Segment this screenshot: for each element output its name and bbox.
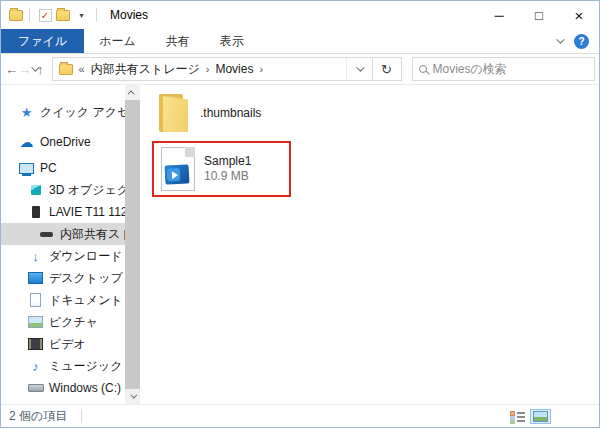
thumbnail-view-icon	[533, 411, 548, 422]
search-input[interactable]	[433, 62, 588, 76]
document-icon	[27, 292, 44, 308]
breadcrumb-separator[interactable]: ›	[259, 63, 263, 75]
sidebar-item-label: Windows (C:)	[49, 381, 121, 395]
hard-drive-icon	[27, 380, 44, 396]
sidebar-item-quick-access[interactable]: クイック アクセス	[1, 101, 125, 123]
sidebar-item-pictures[interactable]: ピクチャ	[1, 311, 125, 333]
breadcrumb-overflow[interactable]: «	[79, 63, 85, 75]
title-bar: ✓ ▾ Movies ─ □ ×	[1, 1, 599, 29]
qat-separator	[29, 8, 30, 22]
scroll-down-icon[interactable]	[125, 389, 140, 404]
qat-customize-button[interactable]: ▾	[72, 5, 90, 25]
sidebar-item-videos[interactable]: ビデオ	[1, 333, 125, 355]
sidebar-item-label: クイック アクセス	[40, 104, 125, 121]
qat-properties-button[interactable]: ✓	[36, 5, 54, 25]
picture-icon	[27, 314, 44, 330]
caret-down-icon: ▾	[79, 11, 83, 20]
folder-icon	[154, 91, 194, 135]
sidebar-item-downloads[interactable]: ダウンロード	[1, 245, 125, 267]
file-tile-sample1[interactable]: Sample1 10.9 MB	[158, 147, 285, 191]
sidebar-item-label: ビデオ	[49, 336, 86, 353]
window-title: Movies	[110, 8, 148, 22]
sidebar-item-lavie-device[interactable]: LAVIE T11 112K1	[1, 201, 125, 223]
storage-drive-icon	[38, 226, 55, 242]
sidebar-item-label: ピクチャ	[49, 314, 98, 331]
ribbon-tab-bar: ファイル ホーム 共有 表示 ?	[1, 29, 599, 54]
scrollbar-thumb[interactable]	[125, 100, 140, 389]
file-tile-thumbnails[interactable]: .thumbnails	[154, 91, 293, 135]
details-view-button[interactable]	[510, 410, 525, 423]
tab-file[interactable]: ファイル	[1, 29, 84, 53]
sidebar-item-label: ミュージック	[49, 358, 122, 375]
sidebar-item-label: デスクトップ	[49, 270, 123, 287]
sidebar-item-internal-storage[interactable]: 内部共有ストレージ	[1, 223, 125, 245]
items-count: 2 個の項目	[9, 408, 67, 425]
help-icon[interactable]: ?	[574, 34, 589, 49]
scroll-up-icon[interactable]	[125, 85, 140, 100]
qat-new-folder-button[interactable]	[54, 5, 72, 25]
maximize-button[interactable]: □	[519, 1, 559, 29]
address-folder-icon	[59, 64, 73, 75]
sidebar-item-onedrive[interactable]: OneDrive	[1, 131, 125, 153]
file-list-area[interactable]: .thumbnails Sample1 10.9 MB	[140, 85, 599, 404]
highlight-annotation-box: Sample1 10.9 MB	[152, 141, 291, 197]
breadcrumb-segment-movies[interactable]: Movies	[215, 62, 253, 76]
desktop-icon	[27, 270, 44, 286]
navigation-bar: ← → ↑ « 内部共有ストレージ › Movies › ↻	[1, 54, 599, 85]
star-icon	[18, 104, 35, 120]
tab-home[interactable]: ホーム	[84, 29, 151, 53]
sidebar-item-label: OneDrive	[40, 135, 91, 149]
checkbox-check-icon: ✓	[39, 9, 52, 22]
chevron-down-icon	[356, 63, 364, 71]
refresh-button[interactable]: ↻	[373, 58, 401, 80]
breadcrumb-segment-storage[interactable]: 内部共有ストレージ	[91, 61, 200, 78]
address-dropdown-button[interactable]	[346, 58, 372, 80]
download-arrow-icon	[27, 248, 44, 264]
play-icon	[167, 168, 181, 182]
file-size: 10.9 MB	[204, 169, 249, 183]
tablet-icon	[27, 204, 44, 220]
sidebar-item-desktop[interactable]: デスクトップ	[1, 267, 125, 289]
video-file-icon	[158, 147, 198, 191]
sidebar-item-documents[interactable]: ドキュメント	[1, 289, 125, 311]
breadcrumb[interactable]: « 内部共有ストレージ › Movies ›	[53, 58, 346, 80]
explorer-window: ✓ ▾ Movies ─ □ × ファイル ホーム 共有 表示 ? ← → ↑ …	[0, 0, 600, 428]
sidebar-item-label: 内部共有ストレージ	[60, 226, 125, 243]
file-name: .thumbnails	[200, 106, 261, 120]
tab-share[interactable]: 共有	[151, 29, 205, 53]
sidebar-item-label: 3D オブジェクト	[49, 182, 125, 199]
app-folder-icon	[9, 10, 23, 21]
music-note-icon	[27, 358, 44, 374]
status-bar: 2 個の項目	[1, 404, 599, 427]
cube-icon	[27, 182, 44, 198]
cloud-icon	[18, 134, 35, 150]
minimize-button[interactable]: ─	[479, 1, 519, 29]
sidebar-item-pc[interactable]: PC	[1, 157, 125, 179]
sidebar-item-windows-c[interactable]: Windows (C:)	[1, 377, 125, 399]
sidebar-item-3d-objects[interactable]: 3D オブジェクト	[1, 179, 125, 201]
back-button[interactable]: ←	[5, 58, 18, 80]
sidebar-item-label: ドキュメント	[49, 292, 123, 309]
forward-button[interactable]: →	[18, 58, 31, 80]
navigation-pane: クイック アクセス OneDrive PC 3D オブジェクト LAVIE T1…	[1, 85, 125, 404]
search-icon	[419, 65, 427, 73]
folder-icon	[56, 10, 70, 21]
tab-view[interactable]: 表示	[205, 29, 259, 53]
ribbon-expand-icon[interactable]	[556, 35, 564, 43]
sidebar-item-label: PC	[40, 161, 57, 175]
search-box[interactable]	[412, 57, 595, 81]
status-separator	[81, 409, 82, 423]
breadcrumb-separator[interactable]: ›	[206, 63, 210, 75]
file-name: Sample1	[204, 154, 251, 168]
film-icon	[27, 336, 44, 352]
sidebar-item-label: LAVIE T11 112K1	[49, 205, 125, 219]
qat-separator	[96, 8, 97, 22]
window-controls: ─ □ ×	[479, 1, 599, 29]
address-bar[interactable]: « 内部共有ストレージ › Movies › ↻	[52, 57, 402, 81]
close-button[interactable]: ×	[559, 1, 599, 29]
monitor-icon	[18, 160, 35, 176]
sidebar-item-music[interactable]: ミュージック	[1, 355, 125, 377]
sidebar-scrollbar[interactable]	[125, 85, 140, 404]
large-icons-view-button[interactable]	[530, 409, 551, 424]
sidebar-item-label: ダウンロード	[49, 248, 122, 265]
